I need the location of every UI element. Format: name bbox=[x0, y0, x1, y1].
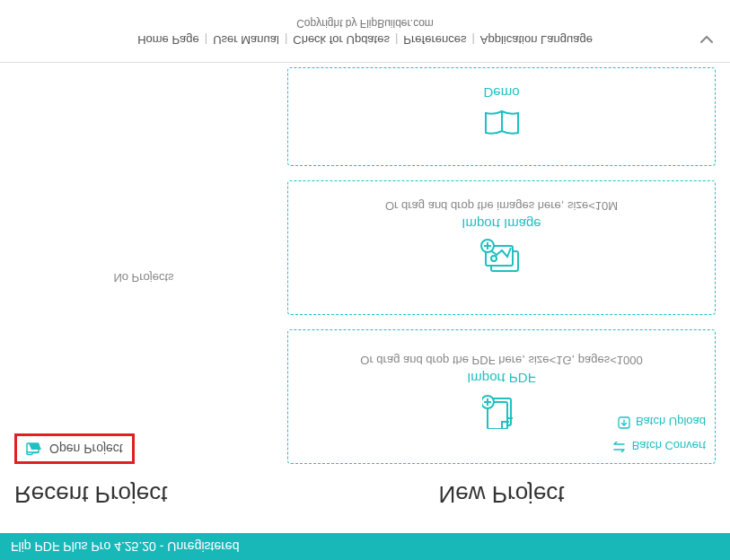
recent-project-panel: Recent Project Open Project No Projects bbox=[0, 63, 287, 533]
separator: | bbox=[205, 33, 207, 47]
separator: | bbox=[395, 33, 398, 47]
batch-convert-link[interactable]: Batch Convert bbox=[612, 439, 706, 452]
batch-upload-label: Batch Upload bbox=[636, 415, 706, 428]
image-icon bbox=[288, 239, 715, 273]
demo-title: Demo bbox=[288, 85, 715, 101]
footer-copyright: Copyright by FlipBuilder.com bbox=[296, 17, 434, 30]
open-project-button[interactable]: Open Project bbox=[14, 433, 135, 464]
import-pdf-card[interactable]: Batch Convert Batch Upload Import PDF bbox=[287, 329, 716, 464]
import-image-sub: Or drag and drop the images here, size<1… bbox=[288, 199, 715, 213]
footer-links: Home Page | User Manual | Check for Upda… bbox=[137, 33, 593, 47]
main-area: Recent Project Open Project No Projects … bbox=[0, 63, 730, 533]
footer: Home Page | User Manual | Check for Upda… bbox=[0, 2, 730, 63]
import-pdf-title: Import PDF bbox=[288, 371, 715, 386]
batch-convert-label: Batch Convert bbox=[632, 439, 706, 452]
book-icon bbox=[288, 108, 715, 136]
new-project-heading: New Project bbox=[287, 480, 716, 508]
demo-card[interactable]: Demo bbox=[287, 67, 716, 166]
import-pdf-sub: Or drag and drop the PDF here, size<1G, … bbox=[288, 354, 715, 367]
new-project-panel: New Project Batch Convert Batch Upload bbox=[287, 63, 730, 533]
swap-icon bbox=[612, 439, 627, 452]
footer-home-link[interactable]: Home Page bbox=[137, 33, 199, 47]
upload-icon bbox=[618, 414, 630, 429]
separator: | bbox=[471, 33, 474, 47]
footer-lang-link[interactable]: Application Language bbox=[480, 33, 593, 47]
separator: | bbox=[285, 33, 287, 47]
footer-updates-link[interactable]: Check for Updates bbox=[293, 33, 390, 47]
import-image-title: Import Image bbox=[288, 216, 715, 232]
footer-manual-link[interactable]: User Manual bbox=[213, 33, 279, 47]
footer-prefs-link[interactable]: Preferences bbox=[403, 33, 466, 47]
collapse-footer-button[interactable] bbox=[699, 31, 714, 48]
folder-open-icon bbox=[26, 442, 42, 456]
chevron-down-icon bbox=[699, 35, 714, 44]
recent-project-heading: Recent Project bbox=[14, 480, 273, 508]
open-project-label: Open Project bbox=[49, 442, 123, 456]
import-image-card[interactable]: Import Image Or drag and drop the images… bbox=[287, 180, 716, 315]
no-projects-text: No Projects bbox=[14, 271, 273, 284]
batch-upload-link[interactable]: Batch Upload bbox=[618, 414, 706, 429]
window-titlebar: Flip PDF Plus Pro 4.25.20 - Unregistered bbox=[0, 533, 730, 560]
window-title: Flip PDF Plus Pro 4.25.20 - Unregistered bbox=[11, 539, 239, 554]
